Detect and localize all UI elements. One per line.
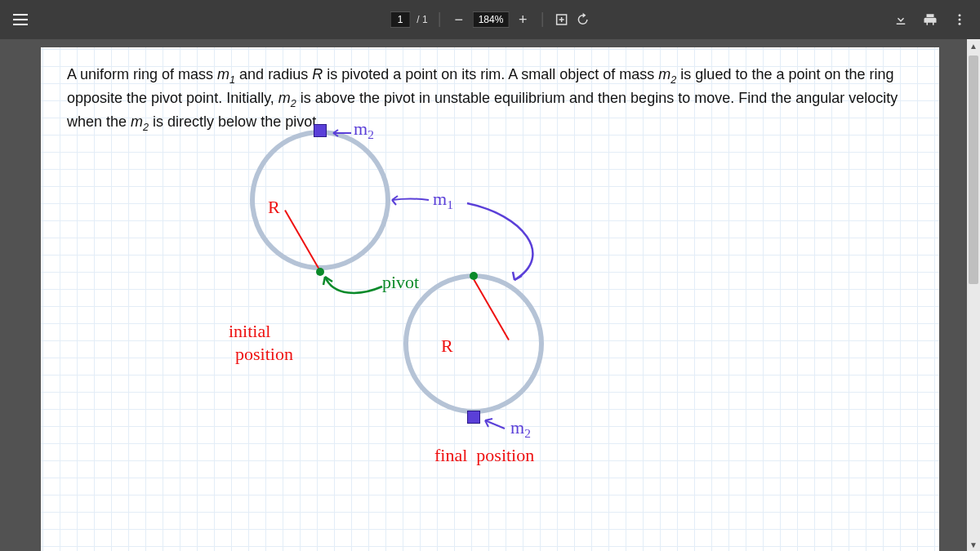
label-R-initial: R bbox=[268, 197, 280, 218]
text: is pivoted a point on its rim. A small o… bbox=[323, 66, 658, 82]
mass-m2-initial bbox=[314, 124, 327, 137]
scrollbar-thumb[interactable] bbox=[969, 56, 978, 284]
rotate-icon[interactable] bbox=[575, 12, 590, 27]
pivot-dot bbox=[316, 268, 324, 276]
var-m2: m2 bbox=[131, 113, 149, 130]
divider bbox=[541, 12, 542, 27]
label-pivot: pivot bbox=[382, 272, 419, 293]
zoom-value-input[interactable]: 184% bbox=[473, 11, 510, 28]
divider bbox=[439, 12, 440, 27]
fit-page-icon[interactable] bbox=[554, 12, 568, 27]
document-viewport: A uniform ring of mass m1 and radius R i… bbox=[0, 39, 980, 551]
vertical-scrollbar[interactable]: ▲ ▼ bbox=[967, 39, 980, 551]
var-R: R bbox=[312, 66, 323, 82]
document-page: A uniform ring of mass m1 and radius R i… bbox=[41, 47, 939, 551]
svg-point-2 bbox=[959, 19, 961, 21]
label-position-initial: position bbox=[235, 344, 293, 365]
label-R-final: R bbox=[441, 335, 453, 357]
menu-icon[interactable] bbox=[13, 14, 28, 25]
label-final: final position bbox=[434, 445, 534, 466]
physics-diagram: m2 R m1 pivot initial position R m2 fina… bbox=[229, 125, 686, 509]
svg-point-3 bbox=[959, 23, 961, 25]
more-icon[interactable] bbox=[952, 12, 967, 27]
label-m1: m1 bbox=[433, 189, 453, 212]
download-icon[interactable] bbox=[893, 12, 908, 27]
toolbar-left bbox=[13, 14, 28, 25]
zoom-out-button[interactable]: − bbox=[452, 11, 466, 29]
label-m2-bottom: m2 bbox=[510, 417, 531, 441]
page-total-label: / 1 bbox=[416, 14, 427, 25]
var-m1: m1 bbox=[217, 66, 235, 82]
toolbar-right bbox=[893, 12, 967, 27]
page-number-input[interactable]: 1 bbox=[390, 11, 411, 28]
svg-point-1 bbox=[959, 14, 961, 16]
text: A uniform ring of mass bbox=[67, 66, 217, 82]
pdf-toolbar: 1 / 1 − 184% + bbox=[0, 0, 980, 39]
label-initial: initial bbox=[229, 321, 270, 342]
print-icon[interactable] bbox=[923, 12, 938, 27]
var-m2: m2 bbox=[278, 90, 296, 106]
problem-statement: A uniform ring of mass m1 and radius R i… bbox=[67, 64, 923, 135]
scroll-down-arrow[interactable]: ▼ bbox=[967, 538, 980, 551]
pivot-dot-final bbox=[470, 272, 478, 280]
ring-final bbox=[403, 273, 544, 414]
scroll-up-arrow[interactable]: ▲ bbox=[967, 39, 980, 52]
text: and radius bbox=[235, 66, 312, 82]
mass-m2-final bbox=[467, 411, 480, 424]
toolbar-center: 1 / 1 − 184% + bbox=[390, 11, 590, 29]
var-m2: m2 bbox=[658, 66, 676, 82]
zoom-in-button[interactable]: + bbox=[515, 11, 530, 29]
label-m2-top: m2 bbox=[354, 118, 374, 142]
